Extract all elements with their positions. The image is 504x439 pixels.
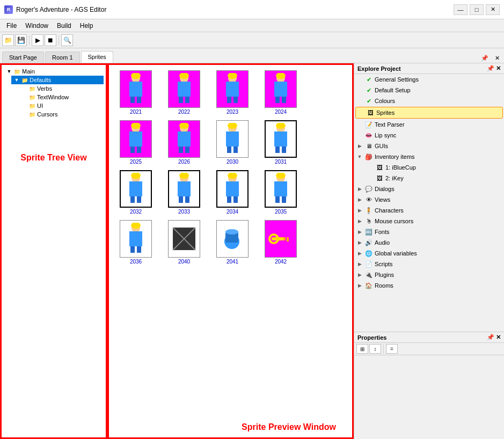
explore-plugins[interactable]: ▶ 🔌 Plugins bbox=[354, 269, 504, 280]
props-btn-grid[interactable]: ⊞ bbox=[356, 344, 368, 354]
explore-sprites[interactable]: 🖼 Sprites bbox=[355, 107, 503, 119]
toolbar-open[interactable]: 📁 bbox=[2, 34, 14, 46]
explore-label-views: Views bbox=[375, 196, 390, 203]
toolbar-stop[interactable]: ⏹ bbox=[45, 34, 56, 46]
properties-pin[interactable]: 📌 ✕ bbox=[487, 334, 501, 341]
sprite-2040[interactable]: 2040 bbox=[163, 220, 206, 265]
expand-plugins[interactable]: ▶ bbox=[356, 272, 363, 277]
toolbar-run[interactable]: ▶ bbox=[32, 34, 43, 46]
explore-audio[interactable]: ▶ 🔊 Audio bbox=[354, 237, 504, 248]
sprite-2031[interactable]: 2031 bbox=[259, 120, 302, 165]
sprite-img-2040 bbox=[168, 220, 200, 258]
plugins-icon: 🔌 bbox=[364, 270, 373, 279]
sprite-2025[interactable]: 2025 bbox=[114, 120, 157, 165]
menu-window[interactable]: Window bbox=[21, 21, 53, 31]
expand-global-variables[interactable]: ▶ bbox=[356, 251, 363, 256]
explore-colours[interactable]: ✔ Colours bbox=[354, 96, 504, 106]
close-button[interactable]: ✕ bbox=[486, 4, 500, 15]
explore-views[interactable]: ▶ 👁 Views bbox=[354, 194, 504, 205]
tab-close-btn[interactable]: ✕ bbox=[493, 54, 502, 63]
tab-pin[interactable]: 📌 bbox=[479, 54, 491, 63]
props-btn-equal[interactable]: = bbox=[386, 344, 398, 354]
explore-label-inv2: 2: iKey bbox=[385, 175, 404, 181]
explore-characters[interactable]: ▶ 🧍 Characters bbox=[354, 205, 504, 216]
expand-rooms[interactable]: ▶ bbox=[356, 283, 363, 288]
expand-cursors bbox=[21, 112, 27, 117]
explore-text-parser[interactable]: 📝 Text Parser bbox=[354, 119, 504, 130]
expand-guis[interactable]: ▶ bbox=[356, 143, 363, 149]
sprite-2032[interactable]: 2032 bbox=[114, 170, 157, 215]
expand-textwindow bbox=[21, 94, 27, 100]
sprite-preview-panel[interactable]: 2021 2022 bbox=[107, 63, 354, 439]
expand-audio[interactable]: ▶ bbox=[356, 240, 363, 245]
menu-bar: File Window Build Help bbox=[0, 19, 504, 32]
svg-rect-33 bbox=[233, 147, 238, 153]
explore-guis[interactable]: ▶ 🖥 GUIs bbox=[354, 141, 504, 151]
tree-item-ui[interactable]: 📁 UI bbox=[19, 101, 104, 110]
expand-mouse-cursors[interactable]: ▶ bbox=[356, 218, 363, 224]
explore-mouse-cursors[interactable]: ▶ 🖱 Mouse cursors bbox=[354, 216, 504, 226]
explore-inventory-2[interactable]: 🖼 2: iKey bbox=[365, 173, 504, 184]
toolbar-save[interactable]: 💾 bbox=[15, 34, 27, 46]
explore-inventory-items[interactable]: ▼ 🎒 Inventory items bbox=[354, 151, 504, 162]
expand-defaults[interactable]: ▼ bbox=[13, 77, 20, 83]
menu-file[interactable]: File bbox=[2, 21, 21, 31]
pin-button[interactable]: 📌 ✕ bbox=[487, 65, 501, 72]
menu-help[interactable]: Help bbox=[76, 21, 98, 31]
fonts-icon: 🔤 bbox=[364, 228, 373, 236]
minimize-button[interactable]: — bbox=[454, 4, 468, 15]
sprite-2041[interactable]: 2041 bbox=[211, 220, 254, 265]
sprite-2035[interactable]: 2035 bbox=[259, 170, 302, 215]
sprite-2036[interactable]: 2036 bbox=[114, 220, 157, 265]
sprite-2034[interactable]: 2034 bbox=[211, 170, 254, 215]
tree-item-verbs[interactable]: 📁 Verbs bbox=[19, 84, 104, 93]
explore-fonts[interactable]: ▶ 🔤 Fonts bbox=[354, 226, 504, 237]
expand-views[interactable]: ▶ bbox=[356, 197, 363, 202]
svg-rect-43 bbox=[137, 196, 141, 203]
explore-general-settings[interactable]: ✔ General Settings bbox=[354, 74, 504, 85]
sprite-2021[interactable]: 2021 bbox=[114, 70, 157, 115]
sprites-icon: 🖼 bbox=[366, 108, 375, 117]
explore-inventory-1[interactable]: 🖼 1: iBlueCup bbox=[365, 162, 504, 173]
explore-label-colours: Colours bbox=[375, 98, 395, 104]
tree-item-cursors[interactable]: 📁 Cursors bbox=[19, 110, 104, 119]
expand-characters[interactable]: ▶ bbox=[356, 208, 363, 213]
explore-scripts[interactable]: ▶ 📄 Scripts bbox=[354, 259, 504, 269]
menu-build[interactable]: Build bbox=[53, 21, 76, 31]
sprite-tree-label: Sprite Tree View bbox=[2, 153, 106, 163]
expand-scripts[interactable]: ▶ bbox=[356, 261, 363, 267]
explore-default-setup[interactable]: ✔ Default Setup bbox=[354, 85, 504, 96]
expand-main[interactable]: ▼ bbox=[6, 69, 12, 74]
tab-sprites[interactable]: Sprites bbox=[81, 51, 113, 63]
expand-lip-sync bbox=[356, 133, 363, 138]
sprite-2022[interactable]: 2022 bbox=[163, 70, 206, 115]
explore-dialogs[interactable]: ▶ 💬 Dialogs bbox=[354, 184, 504, 194]
expand-inventory[interactable]: ▼ bbox=[356, 154, 363, 159]
sprite-2042[interactable]: 2042 bbox=[259, 220, 302, 265]
sprite-2023[interactable]: 2023 bbox=[211, 70, 254, 115]
sprite-2026[interactable]: 2026 bbox=[163, 120, 206, 165]
explore-global-variables[interactable]: ▶ 🌐 Global variables bbox=[354, 248, 504, 259]
svg-rect-63 bbox=[137, 246, 141, 253]
sprite-2033[interactable]: 2033 bbox=[163, 170, 206, 215]
sprite-2024[interactable]: 2024 bbox=[259, 70, 302, 115]
tree-item-textwindow[interactable]: 📁 TextWindow bbox=[19, 93, 104, 101]
explore-rooms[interactable]: ▶ 🏠 Rooms bbox=[354, 280, 504, 291]
expand-fonts[interactable]: ▶ bbox=[356, 229, 363, 235]
tab-room1[interactable]: Room 1 bbox=[45, 52, 80, 63]
tree-label-defaults: Defaults bbox=[30, 77, 51, 83]
svg-rect-23 bbox=[137, 147, 141, 153]
svg-point-70 bbox=[225, 229, 238, 235]
expand-dialogs[interactable]: ▶ bbox=[356, 186, 363, 192]
tree-label-cursors: Cursors bbox=[37, 111, 58, 118]
props-btn-sort[interactable]: ↕ bbox=[369, 344, 381, 354]
toolbar-search[interactable]: 🔍 bbox=[61, 34, 73, 46]
tree-item-main[interactable]: ▼ 📁 Main bbox=[4, 67, 104, 76]
tree-item-defaults[interactable]: ▼ 📁 Defaults bbox=[11, 76, 104, 84]
svg-rect-48 bbox=[185, 196, 189, 203]
tab-start-page[interactable]: Start Page bbox=[2, 52, 44, 63]
sprite-2030[interactable]: 2030 bbox=[211, 120, 254, 165]
svg-rect-21 bbox=[129, 131, 142, 147]
explore-lip-sync[interactable]: 👄 Lip sync bbox=[354, 130, 504, 141]
maximize-button[interactable]: □ bbox=[470, 4, 484, 15]
